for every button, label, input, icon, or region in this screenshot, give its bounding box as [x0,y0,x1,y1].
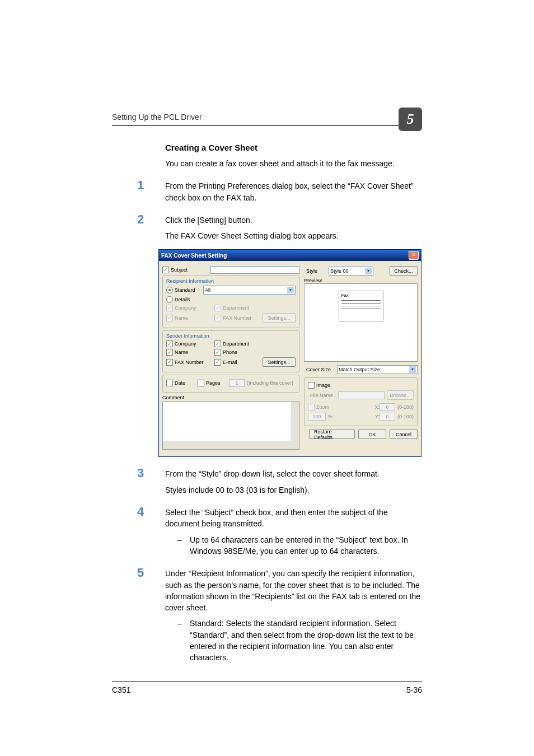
check-button[interactable]: Check... [390,266,418,276]
step-2-sub: The FAX Cover Sheet Setting dialog box a… [165,230,422,241]
scrollbar-vertical[interactable] [291,402,299,441]
pages-spinner: 1 [229,379,245,387]
step-number-5: 5 [137,567,165,579]
cover-size-label: Cover Size [306,367,337,372]
ri-name-checkbox: ✓Name [166,315,211,321]
browse-button: Browse... [387,390,414,400]
ri-company-label: Company [175,305,196,311]
footer-page-number: 5-36 [406,685,422,694]
subject-checkbox[interactable]: ✓Subject [162,267,207,273]
x-range: (0-100) [397,404,414,410]
si-faxnumber-checkbox[interactable]: ✓FAX Number [166,359,211,366]
standard-label: Standard [175,287,195,293]
comment-label: Comment [162,395,299,400]
si-department-checkbox[interactable]: ✓Department [214,340,259,347]
standard-select-value: All [205,287,210,293]
si-name-checkbox[interactable]: ✓Name [166,349,211,356]
preview-fax-label: Fax [341,293,381,298]
step-1-text: From the Printing Preferences dialog box… [165,179,422,203]
ri-company-checkbox: ✓Company [166,305,211,311]
si-phone-label: Phone [223,349,237,355]
image-label: Image [316,382,330,388]
chevron-down-icon: ▾ [365,268,372,274]
step-4-bullet: Up to 64 characters can be entered in th… [190,534,422,557]
filename-input [338,391,385,399]
details-radio[interactable]: Details [166,296,200,303]
si-faxnumber-label: FAX Number [175,360,204,365]
ri-name-label: Name [175,315,188,321]
step-number-2: 2 [137,213,165,226]
ri-settings-button: Settings... [263,313,296,323]
standard-radio[interactable]: Standard [166,287,200,293]
cover-size-value: Match Output Size [339,367,380,372]
ok-button[interactable]: OK [358,430,386,439]
fax-cover-sheet-dialog: FAX Cover Sheet Setting × ✓Subject Recip… [158,249,421,457]
ri-department-checkbox: ✓Department [214,305,259,311]
chapter-number-badge: 5 [399,108,422,131]
ri-faxnumber-label: FAX Number [223,315,252,321]
cancel-button[interactable]: Cancel [390,430,418,439]
ri-faxnumber-checkbox: ✓FAX Number [214,315,259,321]
zoom-label: Zoom [316,404,329,410]
step-3-text: From the “Style” drop-down list, select … [165,468,422,479]
zoom-checkbox: Zoom [308,404,332,410]
y-label: Y: [375,414,380,419]
y-spinner: 0 [380,413,395,421]
date-label: Date [175,380,185,386]
bullet-dash: – [177,618,190,663]
pages-note: (Including this cover) [247,380,293,386]
section-heading: Creating a Cover Sheet [165,143,422,152]
chevron-down-icon: ▾ [287,287,294,293]
si-email-label: E-mail [223,360,237,365]
step-4-text: Select the “Subject” check box, and then… [165,507,422,530]
pages-label: Pages [206,380,221,386]
subject-label: Subject [171,267,188,273]
x-label: X: [374,404,380,410]
recipient-info-legend: Recipient Information [166,278,296,284]
si-email-checkbox[interactable]: ✓E-mail [214,359,259,366]
si-name-label: Name [175,349,188,355]
style-select-value: Style 00 [330,268,349,274]
details-label: Details [175,297,190,302]
si-company-label: Company [175,341,196,347]
style-select[interactable]: Style 00 ▾ [329,267,373,276]
ri-department-label: Department [223,305,249,311]
step-5-bullet: Standard: Selects the standard recipient… [190,618,422,663]
step-2-text: Click the [Setting] button. [165,214,422,226]
si-settings-button[interactable]: Settings... [263,357,296,367]
scrollbar-horizontal[interactable] [163,441,299,449]
x-spinner: 0 [380,403,395,411]
standard-select[interactable]: All ▾ [203,286,296,295]
filename-label: File Name [310,393,338,398]
preview-pane: Fax [304,283,418,362]
step-number-4: 4 [137,506,165,518]
y-range: (0-100) [397,414,414,419]
step-3-sub: Styles include 00 to 03 (03 is for Engli… [165,484,422,496]
close-icon[interactable]: × [409,251,419,260]
date-checkbox[interactable]: Date [166,380,194,386]
si-department-label: Department [223,341,249,347]
cover-size-select[interactable]: Match Output Size ▾ [337,365,418,374]
footer-model: C351 [112,685,130,694]
sender-info-legend: Sender Information [166,333,296,339]
dialog-title: FAX Cover Sheet Setting [161,253,227,259]
image-checkbox[interactable]: Image [308,382,336,389]
comment-textarea[interactable] [162,402,299,450]
si-company-checkbox[interactable]: ✓Company [166,340,211,347]
step-5-text: Under “Recipient Information”, you can s… [165,568,422,613]
preview-label: Preview [304,278,418,283]
bullet-dash: – [177,534,190,557]
subject-input[interactable] [210,266,299,274]
running-head: Setting Up the PCL Driver [112,113,202,122]
step-number-1: 1 [137,179,165,192]
step-number-3: 3 [137,467,165,479]
section-intro: You can create a fax cover sheet and att… [165,158,422,169]
restore-defaults-button[interactable]: Restore Defaults [309,430,355,439]
zoom-value-spinner: 100 [308,413,326,421]
chevron-down-icon: ▾ [409,366,416,373]
pages-checkbox[interactable]: Pages [198,380,226,386]
si-phone-checkbox[interactable]: ✓Phone [214,349,259,356]
style-label: Style [306,268,329,274]
zoom-pct: % [328,414,332,419]
